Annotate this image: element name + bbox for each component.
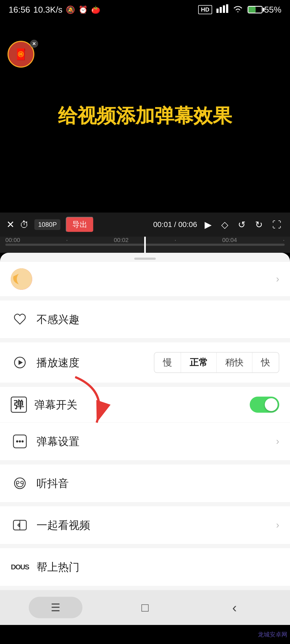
- svg-point-10: [16, 440, 18, 442]
- bottom-sheet: › 不感兴趣 播放速度 慢 正常: [0, 253, 290, 625]
- danmaku-settings-label: 弹幕设置: [37, 434, 79, 449]
- timer-icon[interactable]: ⏱: [20, 219, 29, 230]
- timeline[interactable]: 00:00 · 00:02 · 00:04 ·: [0, 237, 290, 253]
- menu-item-playback-speed[interactable]: 播放速度 慢 正常 稍快 快: [0, 342, 290, 383]
- export-button[interactable]: 导出: [66, 217, 94, 232]
- menu-item-listen-douyin[interactable]: 听抖音: [0, 464, 290, 502]
- svg-rect-1: [220, 7, 222, 13]
- menu-item-hot[interactable]: DOUS 帮上热门: [0, 548, 290, 586]
- battery-indicator: 55%: [248, 5, 281, 15]
- battery-percent: 55%: [264, 5, 281, 15]
- timeline-mark-5: ·: [283, 237, 285, 244]
- mute-icon: 🔕: [66, 5, 75, 14]
- menu-item-not-interested[interactable]: 不感兴趣: [0, 301, 290, 338]
- menu-section-5: 一起看视频 ›: [0, 506, 290, 544]
- menu-section-1: 不感兴趣: [0, 301, 290, 338]
- svg-point-7: [19, 361, 21, 364]
- playback-speed-label: 播放速度: [37, 355, 79, 370]
- resolution-selector[interactable]: 1080P: [34, 219, 60, 230]
- danmaku-toggle[interactable]: [250, 397, 279, 413]
- heart-icon: [11, 310, 29, 328]
- hd-badge: HD: [198, 5, 212, 14]
- video-title: 给视频添加弹幕效果: [47, 103, 243, 129]
- watch-together-chevron: ›: [276, 519, 279, 531]
- current-time: 00:01 / 00:06: [153, 220, 197, 229]
- profile-row[interactable]: ›: [0, 262, 290, 296]
- avatar: [11, 268, 32, 290]
- menu-section-4: 听抖音: [0, 464, 290, 502]
- fullscreen-button[interactable]: ⛶: [272, 219, 281, 230]
- menu-section-2: 播放速度 慢 正常 稍快 快: [0, 342, 290, 383]
- timeline-cursor: [144, 237, 146, 253]
- listen-icon: [11, 474, 29, 492]
- redo-button[interactable]: ↻: [255, 219, 263, 230]
- listen-douyin-label: 听抖音: [37, 476, 69, 491]
- danmaku-switch-icon: 弹: [11, 397, 27, 413]
- status-right: HD 55%: [198, 4, 281, 15]
- home-nav-button[interactable]: □: [118, 597, 172, 618]
- hamburger-icon: ☰: [51, 601, 60, 614]
- signal-icon: [216, 4, 228, 15]
- svg-point-12: [21, 440, 24, 442]
- status-bar: 16:56 10.3K/s 🔕 ⏰ 🍅 HD 55%: [0, 0, 290, 19]
- play-button[interactable]: ▶: [205, 219, 212, 230]
- svg-rect-3: [226, 4, 228, 13]
- watch-together-label: 一起看视频: [37, 518, 90, 533]
- network-speed: 10.3K/s: [33, 5, 63, 15]
- speed-controls[interactable]: 慢 正常 稍快 快: [154, 352, 279, 373]
- danmaku-settings-icon: [11, 432, 29, 451]
- svg-point-11: [19, 440, 21, 442]
- close-button[interactable]: ✕: [6, 219, 15, 230]
- menu-nav-button[interactable]: ☰: [29, 597, 82, 618]
- timeline-mark-4: 00:04: [222, 237, 237, 244]
- danmaku-settings-chevron: ›: [276, 436, 279, 447]
- svg-rect-0: [216, 9, 219, 13]
- menu-section-3: 弹 弹幕开关: [0, 387, 290, 460]
- timeline-mark-0: 00:00: [5, 237, 20, 244]
- video-controls-bar: ✕ ⏱ 1080P 导出 00:01 / 00:06 ▶ ◇ ↺ ↻ ⛶: [0, 213, 290, 237]
- sheet-handle: [0, 253, 290, 262]
- hot-icon: DOUS: [11, 558, 29, 576]
- home-icon: □: [142, 601, 149, 614]
- video-area[interactable]: 🧧 × 给视频添加弹幕效果: [0, 19, 290, 213]
- svg-rect-2: [223, 5, 225, 13]
- keyframe-button[interactable]: ◇: [221, 219, 228, 230]
- speed-fast[interactable]: 快: [252, 353, 279, 372]
- timeline-mark-2: 00:02: [114, 237, 129, 244]
- nav-bar: ☰ □ ‹: [0, 590, 290, 625]
- time-display: 16:56: [9, 5, 30, 15]
- red-packet-icon: 🧧: [14, 48, 28, 61]
- watch-together-icon: [11, 516, 29, 534]
- drag-handle: [134, 258, 156, 260]
- app-icon: 🍅: [91, 5, 100, 14]
- red-packet-widget[interactable]: 🧧 ×: [8, 41, 37, 70]
- timeline-mark-1: ·: [66, 237, 68, 244]
- svg-point-14: [16, 481, 19, 484]
- toggle-thumb: [265, 398, 278, 411]
- danmaku-switch-label: 弹幕开关: [34, 397, 77, 412]
- timeline-mark-3: ·: [175, 237, 176, 244]
- not-interested-label: 不感兴趣: [37, 312, 79, 327]
- hot-label: 帮上热门: [37, 560, 79, 575]
- back-nav-button[interactable]: ‹: [208, 597, 261, 618]
- watermark: 龙城安卓网: [258, 631, 287, 639]
- red-packet-close-button[interactable]: ×: [30, 40, 38, 48]
- status-left: 16:56 10.3K/s 🔕 ⏰ 🍅: [9, 5, 100, 15]
- profile-chevron[interactable]: ›: [276, 273, 279, 285]
- menu-section-6: DOUS 帮上热门: [0, 548, 290, 586]
- menu-item-watch-together[interactable]: 一起看视频 ›: [0, 506, 290, 544]
- speed-slightly-fast[interactable]: 稍快: [217, 353, 252, 372]
- menu-item-danmaku-switch[interactable]: 弹 弹幕开关: [0, 387, 290, 423]
- playback-speed-icon: [11, 353, 29, 372]
- undo-button[interactable]: ↺: [238, 219, 245, 230]
- speed-normal[interactable]: 正常: [181, 353, 217, 372]
- speed-slow[interactable]: 慢: [154, 353, 181, 372]
- menu-item-danmaku-settings[interactable]: 弹幕设置 ›: [0, 423, 290, 460]
- svg-point-15: [21, 481, 23, 484]
- alarm-icon: ⏰: [78, 5, 88, 14]
- wifi-icon: [233, 4, 243, 15]
- back-icon: ‹: [232, 600, 237, 615]
